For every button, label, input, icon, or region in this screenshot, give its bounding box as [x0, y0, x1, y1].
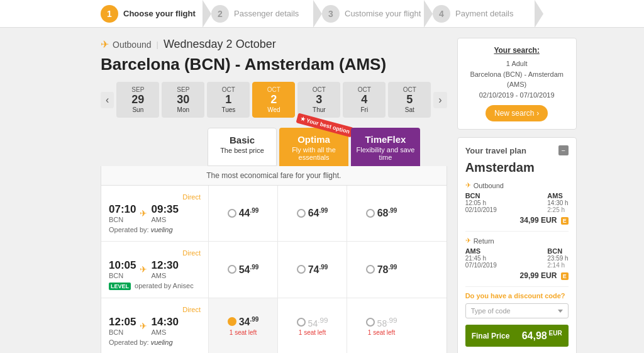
outbound-plane-icon: ✈ — [465, 181, 471, 189]
new-search-button[interactable]: New search › — [486, 105, 548, 121]
price-cell-2-1[interactable]: 54.99 1 seat left — [277, 298, 347, 353]
outbound-route: BCN 12:05 h 02/10/2019 AMS 14:30 h 2:25 … — [465, 192, 569, 213]
your-search-title: Your search: — [465, 46, 569, 55]
date-day-num-0: 29 — [119, 93, 156, 106]
date-cell-0[interactable]: SEP 29 Sun — [116, 82, 159, 118]
depart-time-1: 10:05 — [109, 259, 136, 272]
return-segment-text: Return — [474, 237, 494, 245]
destination-city: Amsterdam — [465, 160, 569, 175]
level-badge: LEVEL — [109, 283, 131, 290]
price-radio-0-2[interactable]: 68.99 — [366, 207, 397, 219]
fare-timeflex[interactable]: TimeFlex Flexibility and save time — [351, 128, 420, 166]
final-price-row: Final Price 64,98 EUR — [465, 325, 569, 347]
price-amount-0-1: 64.99 — [308, 207, 328, 219]
price-cell-1-1[interactable]: 74.99 — [277, 242, 347, 298]
date-day-num-1: 30 — [165, 93, 201, 106]
return-from-date: 07/10/2019 — [465, 262, 497, 269]
radio-dot-0-0 — [228, 209, 236, 218]
direct-link-0[interactable]: Direct — [109, 193, 201, 201]
flight-info-0: Direct 07:10 BCN ✈ 09:35 AMS Operated by… — [101, 186, 208, 241]
outbound-duration: 2:25 h — [547, 206, 568, 213]
step-number-4: 4 — [433, 5, 450, 23]
date-month-5: OCT — [346, 86, 382, 93]
date-cell-5[interactable]: OCT 4 Fri — [343, 82, 386, 118]
fare-optima-name: Optima — [284, 134, 343, 145]
fare-optima[interactable]: ★ Your best option Optima Fly with all t… — [279, 128, 348, 166]
operator-name-2: vueling — [151, 339, 173, 346]
travel-plan: Your travel plan − Amsterdam ✈ Outbound … — [457, 137, 577, 353]
price-cell-0-2[interactable]: 68.99 — [347, 186, 416, 241]
flight-row-0: Direct 07:10 BCN ✈ 09:35 AMS Operated by… — [101, 186, 447, 242]
return-price-value: 29,99 EUR — [520, 271, 557, 280]
price-radio-0-0[interactable]: 44.99 — [228, 207, 259, 219]
progress-step-1[interactable]: 1 Choose your flight — [101, 5, 211, 23]
return-plane-icon: ✈ — [465, 237, 471, 245]
arrive-time-2: 14:30 — [151, 316, 178, 328]
flight-info-1: Direct 10:05 BCN ✈ 12:30 AMS LEVEL opera… — [101, 242, 208, 298]
price-radio-2-1[interactable]: 54.99 — [297, 316, 328, 328]
depart-airport-1: BCN — [109, 272, 136, 279]
date-cell-4[interactable]: OCT 3 Thur — [297, 82, 340, 118]
outbound-price-value: 34,99 EUR — [520, 216, 557, 225]
price-cell-0-0[interactable]: 44.99 — [208, 186, 277, 241]
price-radio-0-1[interactable]: 64.99 — [297, 207, 328, 219]
outbound-segment-label: ✈ Outbound — [465, 181, 569, 189]
return-segment: ✈ Return AMS 21:45 h 07/10/2019 BCN 23:5… — [465, 237, 569, 280]
price-cell-0-1[interactable]: 64.99 — [277, 186, 347, 241]
minimize-button[interactable]: − — [558, 145, 569, 155]
price-cell-2-2[interactable]: 58.99 1 seat left — [347, 298, 416, 353]
progress-step-2[interactable]: 2 Passenger details — [211, 5, 322, 23]
outbound-date: Wednesday 2 October — [164, 38, 276, 51]
price-radio-1-0[interactable]: 54.99 — [228, 264, 259, 276]
right-sidebar: Your search: 1 Adult Barcelona (BCN) - A… — [457, 38, 577, 353]
date-day-num-2: 1 — [210, 93, 247, 106]
price-amount-0-0: 44.99 — [239, 207, 259, 219]
direct-link-1[interactable]: Direct — [109, 249, 201, 257]
economical-notice: The most economical fare for your flight… — [101, 166, 447, 186]
flight-row-2: Direct 12:05 BCN ✈ 14:30 AMS Operated by… — [101, 298, 447, 353]
price-cell-2-0[interactable]: 34.99 1 seat left — [208, 298, 277, 353]
price-amount-2-0: 34.99 — [239, 316, 259, 328]
final-price-value: 64,98 EUR — [522, 330, 562, 342]
search-route: Barcelona (BCN) - Amsterdam (AMS) — [465, 69, 569, 90]
direct-link-2[interactable]: Direct — [109, 306, 201, 313]
operated-by-0: Operated by: vueling — [109, 225, 201, 233]
price-cell-1-2[interactable]: 78.99 — [347, 242, 416, 298]
price-amount-0-2: 68.99 — [377, 207, 397, 219]
fare-basic[interactable]: Basic The best price — [208, 128, 277, 166]
arrive-time-1: 12:30 — [151, 259, 178, 272]
flight-times-0: 07:10 BCN ✈ 09:35 AMS — [109, 203, 201, 223]
return-from-airport: AMS — [465, 247, 497, 255]
progress-step-3[interactable]: 3 Customise your flight — [322, 5, 433, 23]
discount-select[interactable]: Type of code — [465, 303, 569, 318]
price-cell-1-0[interactable]: 54.99 — [208, 242, 277, 298]
date-cell-6[interactable]: OCT 5 Sat — [388, 82, 431, 118]
date-nav-prev[interactable]: ‹ — [101, 92, 114, 108]
fare-header: Basic The best price ★ Your best option … — [208, 128, 447, 166]
outbound-from-date: 02/10/2019 — [465, 206, 497, 213]
radio-dot-0-1 — [297, 209, 306, 218]
date-month-2: OCT — [210, 86, 247, 93]
date-cell-3[interactable]: OCT 2 Wed — [252, 82, 295, 118]
progress-step-4[interactable]: 4 Payment details — [433, 5, 543, 23]
step-label-4: Payment details — [455, 9, 514, 18]
price-radio-2-2[interactable]: 58.99 — [366, 316, 397, 328]
price-radio-1-2[interactable]: 78.99 — [366, 264, 397, 276]
price-radio-2-0[interactable]: 34.99 — [228, 316, 259, 328]
radio-dot-0-2 — [366, 209, 375, 218]
chevron-right-icon: › — [536, 109, 539, 118]
outbound-segment: ✈ Outbound BCN 12:05 h 02/10/2019 AMS 14… — [465, 181, 569, 225]
date-cell-2[interactable]: OCT 1 Tues — [207, 82, 250, 118]
date-day-name-3: Wed — [255, 106, 292, 113]
date-month-1: SEP — [165, 86, 201, 93]
date-cell-1[interactable]: SEP 30 Mon — [162, 82, 204, 118]
flight-times-2: 12:05 BCN ✈ 14:30 AMS — [109, 316, 201, 336]
search-summary: Your search: 1 Adult Barcelona (BCN) - A… — [457, 38, 577, 130]
outbound-from-airport: BCN — [465, 192, 497, 199]
radio-dot-2-1 — [297, 318, 306, 327]
date-nav-next[interactable]: › — [433, 92, 447, 108]
price-radio-1-1[interactable]: 74.99 — [297, 264, 328, 276]
flight-row-1: Direct 10:05 BCN ✈ 12:30 AMS LEVEL opera… — [101, 242, 447, 298]
fare-timeflex-sub: Flexibility and save time — [356, 146, 415, 161]
outbound-label: Outbound — [113, 40, 152, 50]
